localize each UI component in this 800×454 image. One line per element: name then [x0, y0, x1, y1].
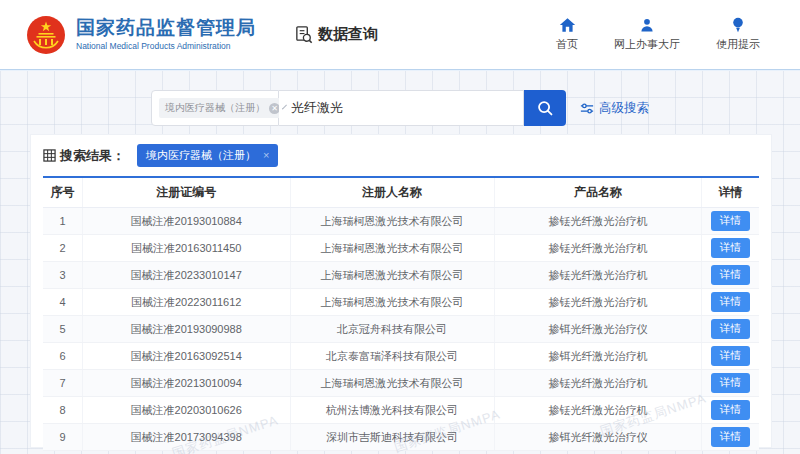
table-row: 5 国械注准20193090988 北京冠舟科技有限公司 掺铒光纤激光治疗仪 详… — [43, 316, 759, 343]
nav-item-home[interactable]: 首页 — [556, 17, 578, 52]
results-header: 搜索结果： 境内医疗器械（注册） × — [43, 144, 759, 167]
filter-icon — [580, 102, 594, 115]
nav-item-service-hall[interactable]: 网上办事大厅 — [614, 17, 680, 52]
cell-index: 2 — [43, 235, 82, 262]
table-row: 9 国械注准20173094398 深圳市吉斯迪科技有限公司 掺铒光纤激光治疗仪… — [43, 424, 759, 451]
category-tag-label: 境内医疗器械（注册） — [165, 101, 265, 115]
cell-cert-number: 国械注准20203010626 — [82, 397, 290, 424]
cell-product: 掺铥光纤激光治疗机 — [494, 370, 702, 397]
user-icon — [639, 17, 655, 33]
results-table-body: 1 国械注准20193010884 上海瑞柯恩激光技术有限公司 掺铥光纤激光治疗… — [43, 208, 759, 451]
nav-label: 网上办事大厅 — [614, 37, 680, 52]
search-icon — [536, 99, 554, 117]
cell-cert-number: 国械注准20193090988 — [82, 316, 290, 343]
cell-product: 掺铥光纤激光治疗机 — [494, 235, 702, 262]
org-name-zh: 国家药品监督管理局 — [76, 18, 256, 39]
cell-registrant: 深圳市吉斯迪科技有限公司 — [290, 424, 494, 451]
cell-product: 掺铥光纤激光治疗机 — [494, 289, 702, 316]
column-header-detail: 详情 — [702, 177, 759, 208]
table-row: 1 国械注准20193010884 上海瑞柯恩激光技术有限公司 掺铥光纤激光治疗… — [43, 208, 759, 235]
results-table: 序号 注册证编号 注册人名称 产品名称 详情 1 国械注准20193010884… — [43, 176, 759, 451]
cell-registrant: 上海瑞柯恩激光技术有限公司 — [290, 208, 494, 235]
cell-index: 4 — [43, 289, 82, 316]
org-title: 国家药品监督管理局 National Medical Products Admi… — [76, 18, 256, 51]
cell-registrant: 上海瑞柯恩激光技术有限公司 — [290, 235, 494, 262]
search-input[interactable] — [279, 90, 524, 126]
results-card: 搜索结果： 境内医疗器械（注册） × 序号 注册证编号 注册人名称 产品名称 详… — [30, 134, 772, 448]
cell-index: 9 — [43, 424, 82, 451]
cell-index: 7 — [43, 370, 82, 397]
cell-cert-number: 国械注准20163092514 — [82, 343, 290, 370]
results-table-head: 序号 注册证编号 注册人名称 产品名称 详情 — [43, 177, 759, 208]
filter-tag-close-icon[interactable]: × — [263, 150, 269, 161]
cell-product: 掺铥光纤激光治疗机 — [494, 262, 702, 289]
cell-registrant: 上海瑞柯恩激光技术有限公司 — [290, 370, 494, 397]
detail-button[interactable]: 详情 — [711, 346, 750, 366]
header: 国家药品监督管理局 National Medical Products Admi… — [0, 0, 800, 70]
table-row: 8 国械注准20203010626 杭州法博激光科技有限公司 掺铥光纤激光治疗机… — [43, 397, 759, 424]
column-header-registrant: 注册人名称 — [290, 177, 494, 208]
cell-registrant: 杭州法博激光科技有限公司 — [290, 397, 494, 424]
detail-button[interactable]: 详情 — [711, 373, 750, 393]
data-query-icon — [294, 25, 313, 44]
search-box: 境内医疗器械（注册） ✕ — [151, 90, 566, 126]
table-row: 2 国械注准20163011450 上海瑞柯恩激光技术有限公司 掺铥光纤激光治疗… — [43, 235, 759, 262]
detail-button[interactable]: 详情 — [711, 319, 750, 339]
table-row: 6 国械注准20163092514 北京泰富瑞泽科技有限公司 掺铒光纤激光治疗机… — [43, 343, 759, 370]
app-title-label: 数据查询 — [318, 25, 378, 44]
grid-icon — [43, 149, 56, 162]
filter-tag[interactable]: 境内医疗器械（注册） × — [137, 144, 278, 167]
nav-label: 使用提示 — [716, 37, 760, 52]
results-label: 搜索结果： — [60, 147, 125, 165]
cell-cert-number: 国械注准20213010094 — [82, 370, 290, 397]
table-row: 4 国械注准20223011612 上海瑞柯恩激光技术有限公司 掺铥光纤激光治疗… — [43, 289, 759, 316]
org-name-en: National Medical Products Administration — [76, 42, 256, 51]
cell-registrant: 北京冠舟科技有限公司 — [290, 316, 494, 343]
cell-product: 掺铒光纤激光治疗仪 — [494, 316, 702, 343]
table-row: 7 国械注准20213010094 上海瑞柯恩激光技术有限公司 掺铥光纤激光治疗… — [43, 370, 759, 397]
cell-index: 5 — [43, 316, 82, 343]
content-area: 境内医疗器械（注册） ✕ 高级搜索 — [0, 70, 800, 454]
column-header-index: 序号 — [43, 177, 82, 208]
cell-index: 1 — [43, 208, 82, 235]
detail-button[interactable]: 详情 — [711, 400, 750, 420]
cell-product: 掺铒光纤激光治疗仪 — [494, 424, 702, 451]
detail-button[interactable]: 详情 — [711, 238, 750, 258]
column-header-cert: 注册证编号 — [82, 177, 290, 208]
cell-cert-number: 国械注准20223011612 — [82, 289, 290, 316]
category-tag: 境内医疗器械（注册） ✕ — [159, 98, 284, 118]
advanced-search-link[interactable]: 高级搜索 — [580, 100, 649, 117]
category-select[interactable]: 境内医疗器械（注册） ✕ — [151, 90, 279, 126]
filter-tag-label: 境内医疗器械（注册） — [146, 148, 256, 163]
top-nav: 首页 网上办事大厅 使用提示 — [556, 17, 760, 52]
cell-product: 掺铥光纤激光治疗机 — [494, 208, 702, 235]
search-button[interactable] — [524, 90, 566, 126]
home-icon — [559, 17, 576, 33]
cell-index: 6 — [43, 343, 82, 370]
cell-product: 掺铥光纤激光治疗机 — [494, 397, 702, 424]
national-emblem-logo — [26, 15, 66, 55]
detail-button[interactable]: 详情 — [711, 211, 750, 231]
cell-cert-number: 国械注准20193010884 — [82, 208, 290, 235]
app-title: 数据查询 — [294, 25, 378, 44]
cell-registrant: 北京泰富瑞泽科技有限公司 — [290, 343, 494, 370]
detail-button[interactable]: 详情 — [711, 292, 750, 312]
detail-button[interactable]: 详情 — [711, 265, 750, 285]
nav-item-usage-tips[interactable]: 使用提示 — [716, 17, 760, 52]
cell-cert-number: 国械注准20173094398 — [82, 424, 290, 451]
cell-cert-number: 国械注准20233010147 — [82, 262, 290, 289]
table-row: 3 国械注准20233010147 上海瑞柯恩激光技术有限公司 掺铥光纤激光治疗… — [43, 262, 759, 289]
column-header-product: 产品名称 — [494, 177, 702, 208]
search-row: 境内医疗器械（注册） ✕ 高级搜索 — [0, 70, 800, 126]
tip-icon — [731, 17, 745, 33]
cell-index: 8 — [43, 397, 82, 424]
cell-registrant: 上海瑞柯恩激光技术有限公司 — [290, 289, 494, 316]
cell-product: 掺铒光纤激光治疗机 — [494, 343, 702, 370]
detail-button[interactable]: 详情 — [711, 427, 750, 447]
cell-cert-number: 国械注准20163011450 — [82, 235, 290, 262]
nav-label: 首页 — [556, 37, 578, 52]
cell-index: 3 — [43, 262, 82, 289]
cell-registrant: 上海瑞柯恩激光技术有限公司 — [290, 262, 494, 289]
advanced-search-label: 高级搜索 — [599, 100, 649, 117]
